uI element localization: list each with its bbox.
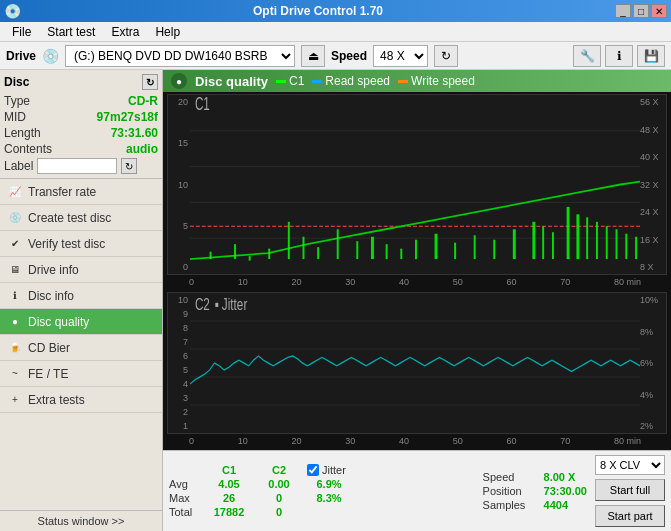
svg-rect-12 [337, 229, 339, 259]
menu-start-test[interactable]: Start test [39, 23, 103, 41]
verify-test-disc-icon: ✔ [8, 237, 22, 251]
c1-yr-32x: 32 X [640, 180, 666, 190]
c1-x-30: 30 [345, 277, 355, 287]
svg-rect-22 [513, 229, 516, 259]
maximize-button[interactable]: □ [633, 4, 649, 18]
contents-label: Contents [4, 142, 52, 156]
svg-rect-32 [625, 234, 627, 259]
start-part-button[interactable]: Start part [595, 505, 665, 527]
samples-label: Samples [483, 499, 538, 511]
sidebar-item-cd-bier[interactable]: 🍺 CD Bier [0, 335, 162, 361]
c1-chart-container: 20 15 10 5 0 56 X 48 X 40 X 32 X 24 X 16… [167, 94, 667, 289]
c1-x-10: 10 [238, 277, 248, 287]
samples-value: 4404 [544, 499, 568, 511]
app-icon: 💿 [4, 3, 21, 19]
fe-te-icon: ~ [8, 367, 22, 381]
c1-chart-svg: C1 [190, 95, 640, 274]
c2-x-50: 50 [453, 436, 463, 446]
disc-info-label: Disc info [28, 289, 74, 303]
sidebar-item-disc-quality[interactable]: ● Disc quality [0, 309, 162, 335]
c2-y-7: 7 [168, 337, 188, 347]
sidebar-item-verify-test-disc[interactable]: ✔ Verify test disc [0, 231, 162, 257]
c1-yr-24x: 24 X [640, 207, 666, 217]
svg-rect-15 [386, 244, 388, 259]
label-input[interactable] [37, 158, 117, 174]
chart-header: ● Disc quality C1 Read speed Write speed [163, 70, 671, 92]
drive-eject-button[interactable]: ⏏ [301, 45, 325, 67]
drive-select[interactable]: (G:) BENQ DVD DD DW1640 BSRB [65, 45, 295, 67]
sidebar-item-transfer-rate[interactable]: 📈 Transfer rate [0, 179, 162, 205]
menu-help[interactable]: Help [147, 23, 188, 41]
c2-yr-6pct: 6% [640, 358, 666, 368]
sidebar-item-drive-info[interactable]: 🖥 Drive info [0, 257, 162, 283]
mid-value: 97m27s18f [97, 110, 158, 124]
stats-c2-header: C2 [257, 464, 301, 476]
right-panel: ● Disc quality C1 Read speed Write speed [163, 70, 671, 531]
stats-panel: C1 C2 Jitter Avg 4.05 0.00 6.9% [163, 450, 671, 531]
create-test-disc-label: Create test disc [28, 211, 111, 225]
label-refresh-button[interactable]: ↻ [121, 158, 137, 174]
status-window-button[interactable]: Status window >> [0, 510, 162, 531]
minimize-button[interactable]: _ [615, 4, 631, 18]
disc-quality-header-icon: ● [171, 73, 187, 89]
drive-label: Drive [6, 49, 36, 63]
legend-c1: C1 [276, 74, 304, 88]
c2-y-5: 5 [168, 365, 188, 375]
speed-refresh-button[interactable]: ↻ [434, 45, 458, 67]
fe-te-label: FE / TE [28, 367, 68, 381]
position-label: Position [483, 485, 538, 497]
svg-rect-23 [532, 222, 535, 259]
disc-info-icon: ℹ [8, 289, 22, 303]
disc-info-panel: Disc ↻ Type CD-R MID 97m27s18f Length 73… [0, 70, 162, 179]
svg-rect-9 [288, 222, 290, 259]
sidebar-item-extra-tests[interactable]: + Extra tests [0, 387, 162, 413]
save-button[interactable]: 💾 [637, 45, 665, 67]
disc-type-row: Type CD-R [4, 94, 158, 108]
speed-label: Speed [331, 49, 367, 63]
c2-jitter-chart-container: 10 9 8 7 6 5 4 3 2 1 10% 8% [167, 292, 667, 448]
c1-y-label-15: 15 [168, 138, 188, 148]
c2-chart-svg: C2 ▪ Jitter [190, 293, 640, 433]
options-button[interactable]: 🔧 [573, 45, 601, 67]
transfer-rate-icon: 📈 [8, 185, 22, 199]
start-full-button[interactable]: Start full [595, 479, 665, 501]
c2-y-1: 1 [168, 421, 188, 431]
sidebar-item-fe-te[interactable]: ~ FE / TE [0, 361, 162, 387]
close-button[interactable]: ✕ [651, 4, 667, 18]
sidebar-item-disc-info[interactable]: ℹ Disc info [0, 283, 162, 309]
speed-stat-label: Speed [483, 471, 538, 483]
svg-rect-7 [249, 256, 251, 260]
jitter-label: Jitter [322, 464, 346, 476]
read-speed-legend-label: Read speed [325, 74, 390, 88]
speed-select[interactable]: 48 X [373, 45, 428, 67]
c2-x-70: 70 [560, 436, 570, 446]
sidebar-item-create-test-disc[interactable]: 💿 Create test disc [0, 205, 162, 231]
svg-rect-20 [474, 235, 476, 259]
c2-x-10: 10 [238, 436, 248, 446]
menu-extra[interactable]: Extra [103, 23, 147, 41]
c2-y-4: 4 [168, 379, 188, 389]
svg-rect-28 [586, 217, 588, 259]
svg-rect-6 [234, 244, 236, 259]
menu-file[interactable]: File [4, 23, 39, 41]
speed-stat-value: 8.00 X [544, 471, 576, 483]
speed-mode-select[interactable]: 8 X CLV [595, 455, 665, 475]
svg-rect-27 [576, 214, 579, 259]
write-speed-legend-color [398, 80, 408, 83]
info-button[interactable]: ℹ [605, 45, 633, 67]
type-value: CD-R [128, 94, 158, 108]
jitter-checkbox[interactable] [307, 464, 319, 476]
disc-refresh-button[interactable]: ↻ [142, 74, 158, 90]
c2-x-20: 20 [291, 436, 301, 446]
c1-y-label-10: 10 [168, 180, 188, 190]
total-label: Total [169, 506, 201, 518]
svg-rect-14 [371, 237, 374, 259]
stats-c1-header: C1 [207, 464, 251, 476]
c2-y-3: 3 [168, 393, 188, 403]
disc-contents-row: Contents audio [4, 142, 158, 156]
c2-yr-8pct: 8% [640, 327, 666, 337]
c1-y-label-5: 5 [168, 221, 188, 231]
svg-text:▪ Jitter: ▪ Jitter [214, 295, 247, 314]
c1-x-70: 70 [560, 277, 570, 287]
mid-label: MID [4, 110, 26, 124]
